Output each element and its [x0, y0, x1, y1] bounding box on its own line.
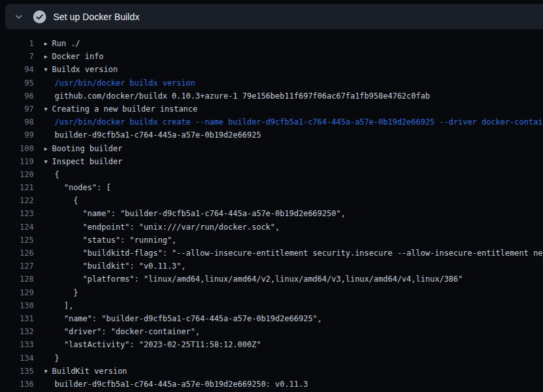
- log-line-text: "status": "running",: [44, 234, 177, 247]
- log-line-text: {: [44, 194, 78, 207]
- log-line-text: "name": "builder-d9cfb5a1-c764-445a-a57e…: [44, 312, 322, 325]
- expand-group-icon[interactable]: ▶: [44, 142, 52, 155]
- line-number[interactable]: 129: [0, 286, 34, 299]
- log-group-line[interactable]: 1 ▶Run ./: [0, 37, 543, 50]
- log-line-text: /usr/bin/docker buildx create --name bui…: [44, 116, 543, 129]
- log-line: 136 builder-d9cfb5a1-c764-445a-a57e-0b19…: [0, 378, 543, 391]
- step-title: Set up Docker Buildx: [53, 12, 140, 22]
- line-number[interactable]: 136: [0, 378, 34, 391]
- log-group-line[interactable]: 7 ▶Docker info: [0, 50, 543, 63]
- log-line-text: }: [44, 286, 78, 299]
- line-number[interactable]: 95: [0, 77, 34, 90]
- line-number[interactable]: 122: [0, 194, 34, 207]
- log-line: 121 "nodes": [: [0, 181, 543, 194]
- log-line-text: /usr/bin/docker buildx version: [44, 77, 196, 90]
- line-number[interactable]: 124: [0, 221, 34, 234]
- expand-group-icon[interactable]: ▶: [44, 50, 52, 63]
- line-number[interactable]: 126: [0, 247, 34, 260]
- log-group-line[interactable]: 94 ▼Buildx version: [0, 63, 543, 76]
- log-line-text: ▶Run ./: [44, 37, 80, 50]
- line-number[interactable]: 120: [0, 168, 34, 181]
- log-group-line[interactable]: 119 ▼Inspect builder: [0, 155, 543, 168]
- log-line: 130 ],: [0, 299, 543, 312]
- log-group-line[interactable]: 97 ▼Creating a new builder instance: [0, 103, 543, 116]
- line-number[interactable]: 125: [0, 234, 34, 247]
- line-number[interactable]: 1: [0, 37, 34, 50]
- line-number[interactable]: 134: [0, 352, 34, 365]
- check-circle-icon: [33, 10, 46, 23]
- log-line: 128 "platforms": "linux/amd64,linux/amd6…: [0, 273, 543, 286]
- line-number[interactable]: 98: [0, 116, 34, 129]
- log-line: 131 "name": "builder-d9cfb5a1-c764-445a-…: [0, 312, 543, 325]
- chevron-down-icon[interactable]: [14, 12, 24, 22]
- log-line: 129 }: [0, 286, 543, 299]
- log-line: 95 /usr/bin/docker buildx version: [0, 77, 543, 90]
- collapse-group-icon[interactable]: ▼: [44, 63, 52, 76]
- log-group-line[interactable]: 135 ▼BuildKit version: [0, 365, 543, 378]
- log-line-text: builder-d9cfb5a1-c764-445a-a57e-0b19d2e6…: [44, 129, 261, 141]
- line-number[interactable]: 135: [0, 365, 34, 378]
- log-line-text: ▶Docker info: [44, 50, 103, 63]
- line-number[interactable]: 7: [0, 50, 34, 63]
- collapse-group-icon[interactable]: ▼: [44, 155, 52, 168]
- line-number[interactable]: 132: [0, 325, 34, 338]
- log-line: 99 builder-d9cfb5a1-c764-445a-a57e-0b19d…: [0, 129, 543, 141]
- line-number[interactable]: 94: [0, 63, 34, 76]
- line-number[interactable]: 121: [0, 181, 34, 194]
- log-line-text: github.com/docker/buildx 0.10.3+azure-1 …: [44, 90, 430, 103]
- line-number[interactable]: 100: [0, 142, 34, 155]
- log-output: 1 ▶Run ./ 7 ▶Docker info 94 ▼Buildx vers…: [0, 29, 543, 392]
- expand-group-icon[interactable]: ▶: [44, 37, 52, 50]
- log-line-text: builder-d9cfb5a1-c764-445a-a57e-0b19d2e6…: [44, 378, 308, 391]
- log-line-text: ],: [44, 299, 73, 312]
- line-number[interactable]: 127: [0, 260, 34, 273]
- line-number[interactable]: 97: [0, 103, 34, 116]
- log-line-text: "buildkitd-flags": "--allow-insecure-ent…: [44, 247, 543, 260]
- log-line-text: ▼Creating a new builder instance: [44, 103, 197, 116]
- log-viewer-page: Set up Docker Buildx 1 ▶Run ./ 7 ▶Docker…: [0, 0, 543, 392]
- line-number[interactable]: 99: [0, 129, 34, 141]
- line-number[interactable]: 96: [0, 90, 34, 103]
- log-line: 134 }: [0, 352, 543, 365]
- line-number[interactable]: 133: [0, 338, 34, 351]
- log-line: 133 "lastActivity": "2023-02-25T11:58:12…: [0, 338, 543, 351]
- line-number[interactable]: 123: [0, 207, 34, 220]
- log-line: 122 {: [0, 194, 543, 207]
- log-line-text: }: [44, 352, 59, 365]
- log-line-text: "endpoint": "unix:///var/run/docker.sock…: [44, 221, 280, 234]
- log-line: 124 "endpoint": "unix:///var/run/docker.…: [0, 221, 543, 234]
- log-line: 125 "status": "running",: [0, 234, 543, 247]
- log-line: 126 "buildkitd-flags": "--allow-insecure…: [0, 247, 543, 260]
- log-line: 96 github.com/docker/buildx 0.10.3+azure…: [0, 90, 543, 103]
- log-line-text: "platforms": "linux/amd64,linux/amd64/v2…: [44, 273, 463, 286]
- log-line-text: "name": "builder-d9cfb5a1-c764-445a-a57e…: [44, 207, 346, 220]
- line-number[interactable]: 128: [0, 273, 34, 286]
- line-number[interactable]: 119: [0, 155, 34, 168]
- collapse-group-icon[interactable]: ▼: [44, 365, 52, 378]
- log-line: 123 "name": "builder-d9cfb5a1-c764-445a-…: [0, 207, 543, 220]
- log-line: 127 "buildkit": "v0.11.3",: [0, 260, 543, 273]
- log-group-line[interactable]: 100 ▶Booting builder: [0, 142, 543, 155]
- step-header[interactable]: Set up Docker Buildx: [5, 4, 543, 29]
- log-line-text: "driver": "docker-container",: [44, 325, 200, 338]
- log-line-text: "lastActivity": "2023-02-25T11:58:12.000…: [44, 338, 261, 351]
- log-line-text: ▼Inspect builder: [44, 155, 122, 168]
- log-line-text: ▼Buildx version: [44, 63, 118, 76]
- log-line-text: "nodes": [: [44, 181, 111, 194]
- log-line-text: ▶Booting builder: [44, 142, 122, 155]
- line-number[interactable]: 130: [0, 299, 34, 312]
- log-line-text: {: [44, 168, 59, 181]
- log-line-text: "buildkit": "v0.11.3",: [44, 260, 186, 273]
- log-line: 98 /usr/bin/docker buildx create --name …: [0, 116, 543, 129]
- log-line: 120 {: [0, 168, 543, 181]
- collapse-group-icon[interactable]: ▼: [44, 103, 52, 116]
- line-number[interactable]: 131: [0, 312, 34, 325]
- log-line-text: ▼BuildKit version: [44, 365, 127, 378]
- log-line: 132 "driver": "docker-container",: [0, 325, 543, 338]
